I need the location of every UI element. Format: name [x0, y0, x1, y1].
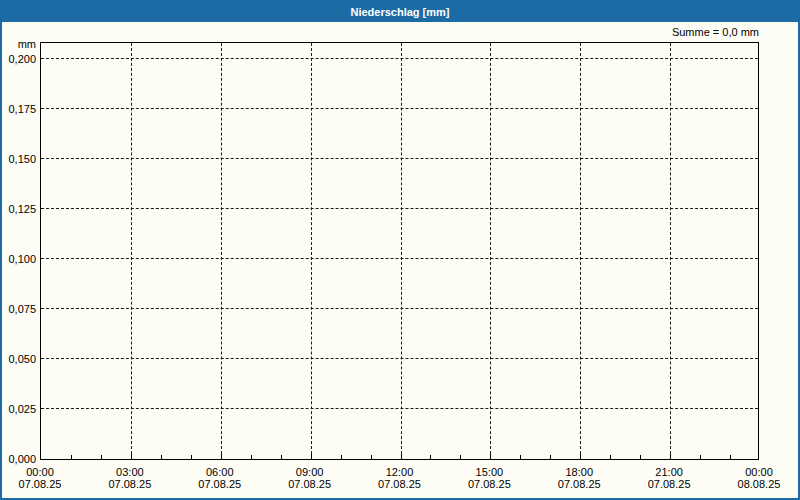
x-axis-tick — [71, 455, 72, 459]
x-axis-tick — [401, 454, 402, 459]
x-axis-tick — [610, 455, 611, 459]
x-gridline — [131, 43, 132, 459]
x-axis-tick — [221, 454, 222, 459]
sum-annotation: Summe = 0,0 mm — [672, 26, 759, 38]
y-gridline — [41, 158, 758, 159]
x-axis-tick — [161, 455, 162, 459]
x-axis-tick — [430, 455, 431, 459]
x-axis-tick — [490, 454, 491, 459]
y-gridline — [41, 208, 758, 209]
x-time-label: 21:00 — [635, 466, 703, 478]
x-axis-tick — [580, 454, 581, 459]
x-date-label: 07.08.25 — [96, 478, 164, 490]
x-date-label: 07.08.25 — [635, 478, 703, 490]
y-gridline — [41, 108, 758, 109]
x-date-label: 07.08.25 — [6, 478, 74, 490]
y-tick-label: 0,050 — [2, 353, 36, 366]
x-axis-tick — [520, 455, 521, 459]
x-axis-tick — [101, 455, 102, 459]
x-axis-tick — [281, 455, 282, 459]
y-gridline — [41, 408, 758, 409]
x-axis-tick — [341, 455, 342, 459]
x-axis-tick — [550, 455, 551, 459]
x-axis-tick — [191, 455, 192, 459]
y-tick-label: 0,025 — [2, 403, 36, 416]
x-gridline — [670, 43, 671, 459]
x-date-label: 07.08.25 — [276, 478, 344, 490]
x-axis-tick — [311, 454, 312, 459]
y-tick-label: 0,175 — [2, 103, 36, 116]
x-axis-tick — [730, 455, 731, 459]
y-gridline — [41, 58, 758, 59]
x-time-label: 18:00 — [545, 466, 613, 478]
x-axis-tick — [700, 455, 701, 459]
x-date-label: 07.08.25 — [455, 478, 523, 490]
x-time-label: 12:00 — [366, 466, 434, 478]
chart-window: Niederschlag [mm] Summe = 0,0 mm mm 0,00… — [0, 0, 800, 500]
chart-content: Summe = 0,0 mm mm 0,0000,0250,0500,0750,… — [2, 22, 798, 498]
x-axis-tick — [460, 455, 461, 459]
x-date-label: 07.08.25 — [366, 478, 434, 490]
x-date-label: 07.08.25 — [186, 478, 254, 490]
y-tick-label: 0,100 — [2, 253, 36, 266]
x-time-label: 15:00 — [455, 466, 523, 478]
x-time-label: 09:00 — [276, 466, 344, 478]
x-axis-tick — [670, 454, 671, 459]
y-tick-label: 0,000 — [2, 453, 36, 466]
x-axis-tick — [640, 455, 641, 459]
x-gridline — [311, 43, 312, 459]
x-time-label: 00:00 — [725, 466, 793, 478]
x-date-label: 07.08.25 — [545, 478, 613, 490]
y-tick-label: 0,150 — [2, 153, 36, 166]
y-gridline — [41, 358, 758, 359]
window-title: Niederschlag [mm] — [350, 6, 449, 18]
y-tick-label: 0,200 — [2, 53, 36, 66]
x-time-label: 00:00 — [6, 466, 74, 478]
y-tick-label: 0,075 — [2, 303, 36, 316]
y-gridline — [41, 308, 758, 309]
x-gridline — [221, 43, 222, 459]
y-axis-unit-label: mm — [2, 38, 36, 50]
plot-area — [40, 42, 759, 460]
x-date-label: 08.08.25 — [725, 478, 793, 490]
x-gridline — [580, 43, 581, 459]
y-tick-label: 0,125 — [2, 203, 36, 216]
x-axis-tick — [371, 455, 372, 459]
x-time-label: 03:00 — [96, 466, 164, 478]
window-titlebar[interactable]: Niederschlag [mm] — [2, 2, 798, 22]
x-gridline — [490, 43, 491, 459]
x-time-label: 06:00 — [186, 466, 254, 478]
x-axis-tick — [251, 455, 252, 459]
y-gridline — [41, 258, 758, 259]
x-gridline — [401, 43, 402, 459]
x-axis-tick — [131, 454, 132, 459]
